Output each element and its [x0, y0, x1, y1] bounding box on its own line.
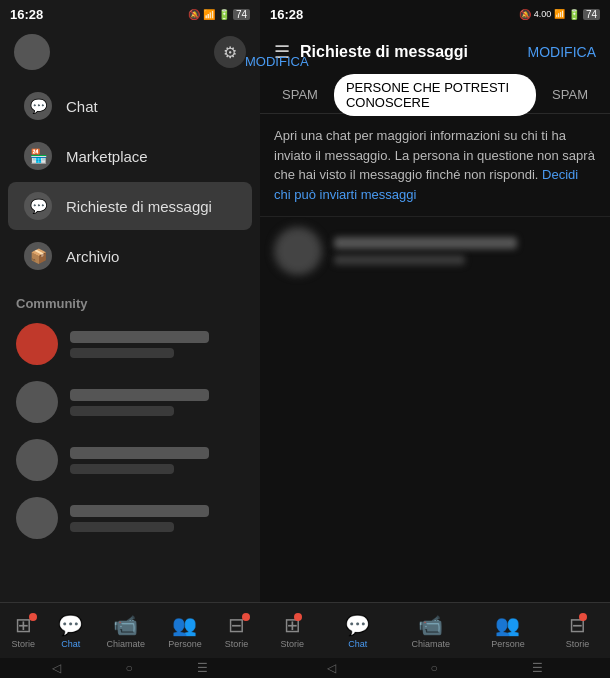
left-status-icons: 🔕 📶 🔋 74 [188, 9, 250, 20]
community-list [0, 315, 260, 602]
community-text-2 [70, 389, 244, 416]
tabs-row: SPAM PERSONE CHE POTRESTI CONOSCERE SPAM [260, 76, 610, 114]
nav-label-chat: Chat [66, 98, 98, 115]
left-avatar[interactable] [14, 34, 50, 70]
right-content-spacer [260, 285, 610, 602]
left-chiamate-label: Chiamate [106, 639, 145, 649]
right-bottom-nav: ⊞ Storie 💬 Chat 📹 Chiamate 👥 Persone ⊟ S… [260, 602, 610, 658]
right-bot-chiamate[interactable]: 📹 Chiamate [411, 613, 450, 649]
richieste-nav-icon: 💬 [24, 192, 52, 220]
nav-item-richieste[interactable]: 💬 Richieste di messaggi [8, 182, 252, 230]
tab-persone[interactable]: PERSONE CHE POTRESTI CONOSCERE [334, 74, 536, 116]
right-storie-label: Storie [281, 639, 305, 649]
left-bot-chiamate[interactable]: 📹 Chiamate [106, 613, 145, 649]
community-avatar-4 [16, 497, 58, 539]
left-home-icon[interactable]: ○ [125, 661, 132, 675]
community-avatar-3 [16, 439, 58, 481]
left-bot-persone[interactable]: 👥 Persone [168, 613, 202, 649]
nav-item-marketplace[interactable]: 🏪 Marketplace [8, 132, 252, 180]
community-sub-2 [70, 406, 174, 416]
nav-item-archivio[interactable]: 📦 Archivio [8, 232, 252, 280]
tab-spam[interactable]: SPAM [270, 81, 330, 108]
left-bot-chat[interactable]: 💬 Chat [58, 613, 83, 649]
community-text-3 [70, 447, 244, 474]
left-panel: 16:28 🔕 📶 🔋 74 ⚙ 💬 Chat 🏪 Marketplace 💬 … [0, 0, 260, 678]
community-name-3 [70, 447, 209, 459]
community-item-1[interactable] [0, 315, 260, 373]
left-storie1-dot [29, 613, 37, 621]
left-menu-icon[interactable]: ☰ [197, 661, 208, 675]
right-storie2-label: Storie [566, 639, 590, 649]
right-bot-persone[interactable]: 👥 Persone [491, 613, 525, 649]
left-status-bar: 16:28 🔕 📶 🔋 74 [0, 0, 260, 28]
right-back-icon[interactable]: ◁ [327, 661, 336, 675]
right-status-bar: 16:28 🔕 4.00 📶 🔋 74 [260, 0, 610, 28]
left-bot-storie2[interactable]: ⊟ Storie [225, 613, 249, 649]
community-item-2[interactable] [0, 373, 260, 431]
right-menu-icon[interactable]: ☰ [532, 661, 543, 675]
right-persone-label: Persone [491, 639, 525, 649]
community-sub-3 [70, 464, 174, 474]
community-item-3[interactable] [0, 431, 260, 489]
community-name-4 [70, 505, 209, 517]
left-wifi-icon: 📶 [203, 9, 215, 20]
nav-item-chat[interactable]: 💬 Chat [8, 82, 252, 130]
nav-label-archivio: Archivio [66, 248, 119, 265]
community-avatar-1 [16, 323, 58, 365]
left-persone-icon: 👥 [172, 613, 197, 637]
blurred-message-item[interactable] [260, 217, 610, 285]
right-bot-storie2[interactable]: ⊟ Storie [566, 613, 590, 649]
left-storie2-dot [242, 613, 250, 621]
right-bot-storie[interactable]: ⊞ Storie [281, 613, 305, 649]
right-chat-icon: 💬 [345, 613, 370, 637]
right-battery-icon: 🔋 [568, 9, 580, 20]
right-header: ☰ Richieste di messaggi MODIFICA [260, 28, 610, 76]
blurred-avatar [274, 227, 322, 275]
left-back-icon[interactable]: ◁ [52, 661, 61, 675]
community-sub-4 [70, 522, 174, 532]
community-text-1 [70, 331, 244, 358]
community-name-1 [70, 331, 209, 343]
gear-icon: ⚙ [223, 43, 237, 62]
hamburger-icon[interactable]: ☰ [274, 41, 290, 63]
community-text-4 [70, 505, 244, 532]
tab-spam2[interactable]: SPAM [540, 81, 600, 108]
community-item-4[interactable] [0, 489, 260, 547]
left-bot-storie1[interactable]: ⊞ Storie [12, 613, 36, 649]
left-persone-label: Persone [168, 639, 202, 649]
left-gear-button[interactable]: ⚙ [214, 36, 246, 68]
left-battery-pct: 74 [233, 9, 250, 20]
archivio-nav-icon: 📦 [24, 242, 52, 270]
community-sub-1 [70, 348, 174, 358]
blurred-name [334, 237, 517, 249]
community-label: Community [0, 286, 260, 315]
right-battery-pct: 74 [583, 9, 600, 20]
right-panel: 16:28 🔕 4.00 📶 🔋 74 ☰ Richieste di messa… [260, 0, 610, 678]
right-gesture-bar: ◁ ○ ☰ [260, 658, 610, 678]
right-chiamate-icon: 📹 [418, 613, 443, 637]
right-storie2-dot [579, 613, 587, 621]
info-box: Apri una chat per maggiori informazioni … [260, 114, 610, 217]
right-home-icon[interactable]: ○ [430, 661, 437, 675]
right-header-title: Richieste di messaggi [300, 43, 468, 61]
right-persone-icon: 👥 [495, 613, 520, 637]
right-chiamate-label: Chiamate [411, 639, 450, 649]
left-time: 16:28 [10, 7, 43, 22]
community-name-2 [70, 389, 209, 401]
right-bot-chat[interactable]: 💬 Chat [345, 613, 370, 649]
blurred-text-block [334, 237, 596, 265]
right-status-icons: 🔕 4.00 📶 🔋 74 [519, 9, 600, 20]
left-chat-icon: 💬 [58, 613, 83, 637]
right-modifica-button[interactable]: MODIFICA [528, 44, 596, 60]
left-header: ⚙ [0, 28, 260, 76]
nav-label-marketplace: Marketplace [66, 148, 148, 165]
right-chat-label: Chat [348, 639, 367, 649]
left-bottom-nav: ⊞ Storie 💬 Chat 📹 Chiamate 👥 Persone ⊟ S… [0, 602, 260, 658]
left-chat-label: Chat [61, 639, 80, 649]
chat-nav-icon: 💬 [24, 92, 52, 120]
left-chiamate-icon: 📹 [113, 613, 138, 637]
blurred-preview [334, 255, 465, 265]
nav-label-richieste: Richieste di messaggi [66, 198, 212, 215]
left-network-icon: 🔕 [188, 9, 200, 20]
left-battery-icon: 🔋 [218, 9, 230, 20]
